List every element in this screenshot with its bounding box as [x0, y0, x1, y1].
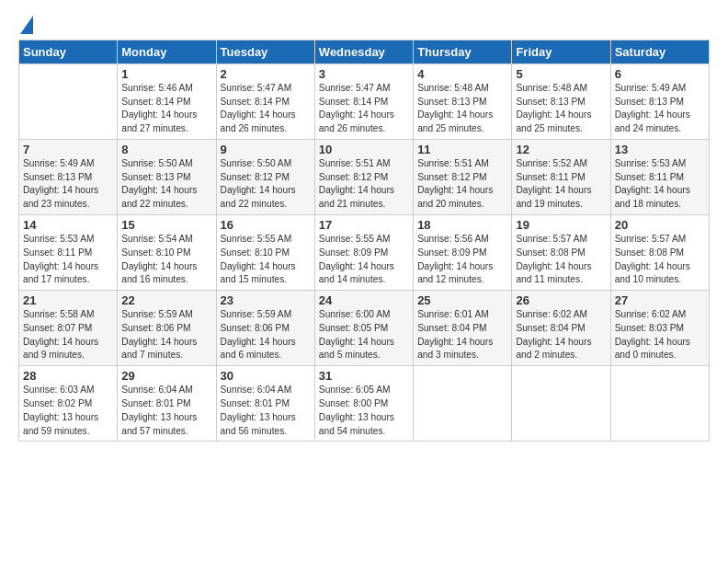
calendar-week-3: 14Sunrise: 5:53 AM Sunset: 8:11 PM Dayli…	[19, 214, 710, 290]
day-number: 1	[121, 67, 211, 81]
calendar-cell: 16Sunrise: 5:55 AM Sunset: 8:10 PM Dayli…	[216, 214, 314, 290]
day-info: Sunrise: 6:03 AM Sunset: 8:02 PM Dayligh…	[23, 384, 113, 438]
calendar-header-monday: Monday	[118, 40, 216, 63]
day-number: 19	[516, 218, 606, 232]
day-number: 10	[319, 143, 409, 156]
day-info: Sunrise: 5:55 AM Sunset: 8:10 PM Dayligh…	[221, 233, 311, 287]
day-number: 14	[23, 218, 113, 232]
calendar-cell: 8Sunrise: 5:50 AM Sunset: 8:13 PM Daylig…	[118, 139, 216, 214]
day-info: Sunrise: 6:02 AM Sunset: 8:04 PM Dayligh…	[516, 308, 606, 362]
calendar-cell: 22Sunrise: 5:59 AM Sunset: 8:06 PM Dayli…	[118, 291, 216, 366]
calendar-cell: 27Sunrise: 6:02 AM Sunset: 8:03 PM Dayli…	[610, 291, 709, 366]
day-info: Sunrise: 5:53 AM Sunset: 8:11 PM Dayligh…	[23, 233, 113, 287]
day-number: 13	[615, 143, 705, 156]
day-number: 8	[121, 143, 211, 156]
day-number: 25	[417, 293, 507, 307]
logo-icon	[20, 16, 33, 34]
calendar-cell	[512, 366, 610, 442]
day-info: Sunrise: 5:49 AM Sunset: 8:13 PM Dayligh…	[23, 157, 113, 212]
day-info: Sunrise: 5:48 AM Sunset: 8:13 PM Dayligh…	[417, 82, 507, 136]
calendar-week-4: 21Sunrise: 5:58 AM Sunset: 8:07 PM Dayli…	[19, 291, 710, 366]
day-number: 31	[319, 369, 409, 383]
calendar-cell: 13Sunrise: 5:53 AM Sunset: 8:11 PM Dayli…	[610, 139, 709, 214]
calendar-header-row: SundayMondayTuesdayWednesdayThursdayFrid…	[19, 40, 710, 63]
day-number: 3	[319, 67, 409, 81]
day-info: Sunrise: 5:57 AM Sunset: 8:08 PM Dayligh…	[615, 233, 705, 287]
calendar: SundayMondayTuesdayWednesdayThursdayFrid…	[18, 40, 710, 442]
calendar-cell: 29Sunrise: 6:04 AM Sunset: 8:01 PM Dayli…	[118, 366, 216, 442]
day-number: 22	[121, 293, 211, 307]
calendar-cell: 14Sunrise: 5:53 AM Sunset: 8:11 PM Dayli…	[19, 214, 118, 290]
day-info: Sunrise: 5:48 AM Sunset: 8:13 PM Dayligh…	[516, 82, 606, 136]
calendar-cell: 6Sunrise: 5:49 AM Sunset: 8:13 PM Daylig…	[610, 63, 709, 139]
day-number: 27	[615, 293, 705, 307]
calendar-cell: 18Sunrise: 5:56 AM Sunset: 8:09 PM Dayli…	[414, 214, 512, 290]
day-number: 23	[221, 293, 311, 307]
day-number: 20	[615, 218, 705, 232]
day-info: Sunrise: 5:47 AM Sunset: 8:14 PM Dayligh…	[221, 82, 311, 136]
day-number: 28	[23, 369, 113, 383]
calendar-cell: 4Sunrise: 5:48 AM Sunset: 8:13 PM Daylig…	[414, 63, 512, 139]
calendar-header-friday: Friday	[512, 40, 610, 63]
header	[18, 15, 710, 34]
calendar-week-1: 1Sunrise: 5:46 AM Sunset: 8:14 PM Daylig…	[19, 63, 710, 139]
day-info: Sunrise: 5:53 AM Sunset: 8:11 PM Dayligh…	[615, 157, 705, 212]
day-info: Sunrise: 5:54 AM Sunset: 8:10 PM Dayligh…	[121, 233, 211, 287]
calendar-cell	[19, 63, 118, 139]
calendar-cell	[414, 366, 512, 442]
day-number: 16	[221, 218, 311, 232]
day-info: Sunrise: 5:59 AM Sunset: 8:06 PM Dayligh…	[121, 308, 211, 362]
day-number: 15	[121, 218, 211, 232]
day-info: Sunrise: 5:51 AM Sunset: 8:12 PM Dayligh…	[319, 157, 409, 212]
day-number: 6	[615, 67, 705, 81]
calendar-header-saturday: Saturday	[610, 40, 709, 63]
calendar-cell: 15Sunrise: 5:54 AM Sunset: 8:10 PM Dayli…	[118, 214, 216, 290]
day-info: Sunrise: 5:59 AM Sunset: 8:06 PM Dayligh…	[221, 308, 311, 362]
calendar-cell: 2Sunrise: 5:47 AM Sunset: 8:14 PM Daylig…	[216, 63, 314, 139]
calendar-cell: 19Sunrise: 5:57 AM Sunset: 8:08 PM Dayli…	[512, 214, 610, 290]
calendar-cell: 24Sunrise: 6:00 AM Sunset: 8:05 PM Dayli…	[314, 291, 413, 366]
calendar-header-sunday: Sunday	[19, 40, 118, 63]
page: SundayMondayTuesdayWednesdayThursdayFrid…	[0, 0, 728, 451]
calendar-cell: 17Sunrise: 5:55 AM Sunset: 8:09 PM Dayli…	[314, 214, 413, 290]
day-number: 4	[417, 67, 507, 81]
logo	[18, 15, 33, 34]
day-info: Sunrise: 6:04 AM Sunset: 8:01 PM Dayligh…	[221, 384, 311, 438]
day-info: Sunrise: 5:50 AM Sunset: 8:13 PM Dayligh…	[121, 157, 211, 212]
svg-marker-0	[20, 16, 33, 34]
calendar-cell: 21Sunrise: 5:58 AM Sunset: 8:07 PM Dayli…	[19, 291, 118, 366]
day-info: Sunrise: 6:01 AM Sunset: 8:04 PM Dayligh…	[417, 308, 507, 362]
day-number: 24	[319, 293, 409, 307]
day-number: 26	[516, 293, 606, 307]
day-info: Sunrise: 6:04 AM Sunset: 8:01 PM Dayligh…	[121, 384, 211, 438]
calendar-cell: 25Sunrise: 6:01 AM Sunset: 8:04 PM Dayli…	[414, 291, 512, 366]
calendar-cell: 9Sunrise: 5:50 AM Sunset: 8:12 PM Daylig…	[216, 139, 314, 214]
calendar-cell: 10Sunrise: 5:51 AM Sunset: 8:12 PM Dayli…	[314, 139, 413, 214]
calendar-cell: 3Sunrise: 5:47 AM Sunset: 8:14 PM Daylig…	[314, 63, 413, 139]
day-info: Sunrise: 5:52 AM Sunset: 8:11 PM Dayligh…	[516, 157, 606, 212]
calendar-cell: 20Sunrise: 5:57 AM Sunset: 8:08 PM Dayli…	[610, 214, 709, 290]
day-info: Sunrise: 6:00 AM Sunset: 8:05 PM Dayligh…	[319, 308, 409, 362]
day-info: Sunrise: 5:46 AM Sunset: 8:14 PM Dayligh…	[121, 82, 211, 136]
day-info: Sunrise: 5:57 AM Sunset: 8:08 PM Dayligh…	[516, 233, 606, 287]
calendar-cell: 31Sunrise: 6:05 AM Sunset: 8:00 PM Dayli…	[314, 366, 413, 442]
calendar-header-thursday: Thursday	[414, 40, 512, 63]
day-number: 7	[23, 143, 113, 156]
calendar-header-tuesday: Tuesday	[216, 40, 314, 63]
day-info: Sunrise: 5:58 AM Sunset: 8:07 PM Dayligh…	[23, 308, 113, 362]
calendar-header-wednesday: Wednesday	[314, 40, 413, 63]
calendar-cell: 28Sunrise: 6:03 AM Sunset: 8:02 PM Dayli…	[19, 366, 118, 442]
day-info: Sunrise: 6:02 AM Sunset: 8:03 PM Dayligh…	[615, 308, 705, 362]
day-number: 5	[516, 67, 606, 81]
calendar-cell: 1Sunrise: 5:46 AM Sunset: 8:14 PM Daylig…	[118, 63, 216, 139]
calendar-cell: 12Sunrise: 5:52 AM Sunset: 8:11 PM Dayli…	[512, 139, 610, 214]
day-number: 2	[221, 67, 311, 81]
day-number: 29	[121, 369, 211, 383]
day-info: Sunrise: 6:05 AM Sunset: 8:00 PM Dayligh…	[319, 384, 409, 438]
logo-text	[18, 15, 33, 38]
day-number: 12	[516, 143, 606, 156]
day-number: 30	[221, 369, 311, 383]
day-info: Sunrise: 5:51 AM Sunset: 8:12 PM Dayligh…	[417, 157, 507, 212]
day-info: Sunrise: 5:50 AM Sunset: 8:12 PM Dayligh…	[221, 157, 311, 212]
day-number: 21	[23, 293, 113, 307]
